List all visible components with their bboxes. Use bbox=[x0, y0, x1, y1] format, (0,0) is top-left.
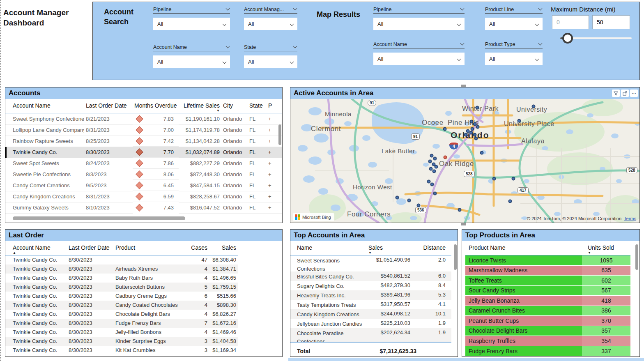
table-row[interactable]: Candy Kingdom Creations$244,098.1210.1 bbox=[290, 309, 451, 319]
account-location-marker[interactable] bbox=[476, 125, 480, 129]
slicer-header[interactable]: Account Name bbox=[153, 43, 230, 51]
column-header[interactable]: Sales▼ bbox=[367, 241, 414, 255]
account-location-marker[interactable] bbox=[492, 177, 496, 181]
slicer-header[interactable]: Account Name bbox=[373, 40, 465, 48]
table-row[interactable]: Raspberry Truffles354 bbox=[465, 336, 630, 346]
account-location-marker[interactable] bbox=[417, 204, 421, 207]
column-header[interactable]: Months Overdue bbox=[133, 99, 179, 113]
table-row[interactable]: Twinkle Candy Co.8/30/2023Airheads Xtrem… bbox=[5, 264, 238, 274]
slicer-dropdown[interactable]: All bbox=[153, 18, 230, 30]
account-location-marker[interactable] bbox=[407, 199, 411, 202]
table-row[interactable]: Twinkle Candy Co.8/30/2023Jelly-filled B… bbox=[5, 328, 238, 337]
slicer-header[interactable]: State bbox=[244, 43, 297, 51]
account-location-marker[interactable] bbox=[428, 160, 432, 163]
slicer-dropdown[interactable]: All bbox=[244, 55, 297, 68]
column-header[interactable]: Sales bbox=[209, 241, 238, 255]
slicer-dropdown[interactable]: All bbox=[485, 53, 543, 65]
account-location-marker[interactable] bbox=[480, 151, 484, 155]
column-header[interactable]: Last Order Date bbox=[84, 99, 133, 113]
column-header[interactable]: Account Name bbox=[5, 99, 84, 113]
column-header[interactable]: Name bbox=[290, 241, 367, 255]
account-location-marker[interactable] bbox=[512, 177, 515, 181]
table-row[interactable]: Sweet Sensations Confections$1,051,490.9… bbox=[290, 255, 451, 272]
column-header[interactable]: Account Name▲ bbox=[5, 241, 67, 255]
table-row[interactable]: Candy Kingdom Creations8/31/20236.59$828… bbox=[5, 191, 282, 202]
table-row[interactable]: Jellybean Junction Candies$225,210.031.9 bbox=[290, 319, 451, 328]
account-location-marker[interactable] bbox=[508, 200, 512, 203]
table-row[interactable]: Marshmallow Madness635 bbox=[465, 265, 630, 276]
table-row[interactable]: Heavenly Treats Inc.$389,481.965.3 bbox=[290, 290, 451, 300]
top-accounts-scrollbar[interactable] bbox=[454, 244, 457, 270]
table-row[interactable]: Licorice Twists1095 bbox=[465, 255, 630, 266]
slicer-header[interactable]: Pipeline bbox=[373, 5, 465, 14]
focus-mode-icon[interactable] bbox=[621, 90, 629, 97]
account-location-marker[interactable] bbox=[471, 127, 474, 131]
slicer-header[interactable]: Product Line bbox=[485, 5, 543, 14]
account-location-marker[interactable] bbox=[464, 133, 468, 137]
table-row[interactable]: Twinkle Candy Co.8/30/202347$6,308.40 bbox=[5, 255, 238, 264]
table-row[interactable]: Twinkle Candy Co.8/30/2023Butterscotch B… bbox=[5, 283, 238, 292]
table-row[interactable]: Fudge Frenzy Bars337 bbox=[465, 346, 630, 356]
slicer-header[interactable]: Account Manag... bbox=[244, 5, 297, 14]
slicer-header[interactable]: Pipeline bbox=[153, 5, 230, 14]
table-row[interactable]: Tasty Temptations Treats$317,950.574.1 bbox=[290, 300, 451, 309]
slicer-dropdown[interactable]: All bbox=[373, 18, 465, 30]
max-distance-input[interactable] bbox=[592, 15, 630, 29]
column-header[interactable]: Units Sold▼ bbox=[582, 241, 630, 255]
column-header[interactable]: Distance bbox=[414, 241, 451, 255]
account-location-marker[interactable] bbox=[443, 127, 447, 131]
accounts-vertical-scrollbar[interactable] bbox=[278, 124, 281, 145]
table-row[interactable]: Twinkle Candy Co.8/30/20237.70$1,032,074… bbox=[5, 147, 282, 158]
terms-link[interactable]: Terms bbox=[624, 216, 636, 221]
account-location-marker[interactable] bbox=[473, 133, 477, 137]
column-header[interactable]: Product Name bbox=[465, 241, 582, 255]
account-location-marker[interactable] bbox=[430, 183, 434, 186]
account-location-marker[interactable] bbox=[474, 137, 478, 140]
account-location-marker[interactable] bbox=[433, 192, 437, 195]
account-location-marker[interactable] bbox=[430, 154, 434, 158]
table-row[interactable]: Chocolate Delight Bars357 bbox=[465, 326, 630, 336]
table-row[interactable]: Twinkle Candy Co.8/30/2023Baby Ruth Bars… bbox=[5, 274, 238, 283]
column-header[interactable]: City bbox=[221, 99, 248, 113]
table-row[interactable]: Jelly Bean Bonanza418 bbox=[465, 296, 630, 306]
table-row[interactable]: Candy Comet Creations9/5/20236.45$847,58… bbox=[5, 180, 282, 191]
min-distance-input[interactable] bbox=[552, 15, 589, 29]
slicer-header[interactable]: Product Type bbox=[485, 40, 543, 48]
column-header[interactable]: State bbox=[248, 99, 267, 113]
account-location-marker[interactable] bbox=[435, 165, 438, 169]
table-row[interactable]: Twinkle Candy Co.8/30/2023Candy Coated C… bbox=[5, 301, 238, 310]
column-header[interactable]: P bbox=[267, 99, 282, 113]
accounts-horizontal-scrollbar[interactable] bbox=[13, 216, 185, 220]
table-row[interactable]: Sweet Symphony Confectionery8/21/20237.8… bbox=[5, 113, 282, 125]
account-location-marker[interactable] bbox=[444, 156, 447, 159]
table-row[interactable]: Caramel Crunch Bites386 bbox=[465, 306, 630, 316]
column-header[interactable]: Cases bbox=[189, 241, 209, 255]
slicer-dropdown[interactable]: All bbox=[373, 53, 465, 65]
table-row[interactable]: Twinkle Candy Co.8/30/2023Kit Kat Crumbl… bbox=[5, 346, 238, 355]
table-row[interactable]: Twinkle Candy Co.8/30/2023Cadbury Creme … bbox=[5, 292, 238, 301]
account-location-marker[interactable] bbox=[458, 208, 462, 212]
visual-resize-handle[interactable] bbox=[461, 85, 466, 87]
table-row[interactable]: Gummy Galaxy Sweets8/10/20237.43$816,047… bbox=[5, 202, 282, 213]
table-row[interactable]: Sweet Spot Sweets8/24/20237.86$882,227.2… bbox=[5, 158, 282, 169]
table-row[interactable]: Peanut Butter Cups370 bbox=[465, 316, 630, 326]
account-location-marker[interactable] bbox=[427, 180, 431, 184]
column-header[interactable]: Last Order Date bbox=[67, 241, 114, 255]
account-location-marker[interactable] bbox=[532, 105, 536, 108]
table-row[interactable]: Twinkle Candy Co.8/30/2023Fudge Frenzy B… bbox=[5, 319, 238, 328]
more-options-icon[interactable]: ⋯ bbox=[630, 90, 638, 97]
column-header[interactable]: Lifetime Sales▼ bbox=[179, 99, 221, 113]
filter-icon[interactable] bbox=[612, 90, 620, 97]
table-row[interactable]: Blissful Bites Candy Co.$540,861.526.0 bbox=[290, 271, 451, 281]
table-row[interactable]: Chocolate Paradise Confections$202,624.3… bbox=[290, 328, 451, 342]
table-row[interactable]: Toffee Treats602 bbox=[465, 276, 630, 286]
table-row[interactable]: Sour Candy Strips567 bbox=[465, 285, 630, 296]
account-location-marker[interactable] bbox=[396, 196, 399, 200]
slicer-dropdown[interactable]: All bbox=[153, 55, 230, 68]
column-header[interactable]: Product bbox=[114, 241, 189, 255]
slicer-dropdown[interactable]: All bbox=[244, 18, 297, 30]
slicer-dropdown[interactable]: All bbox=[485, 18, 543, 30]
account-location-marker[interactable] bbox=[518, 119, 521, 123]
table-row[interactable]: Sugary Delights Co.$482,379.308.4 bbox=[290, 281, 451, 290]
distance-slider-handle[interactable] bbox=[562, 33, 573, 44]
